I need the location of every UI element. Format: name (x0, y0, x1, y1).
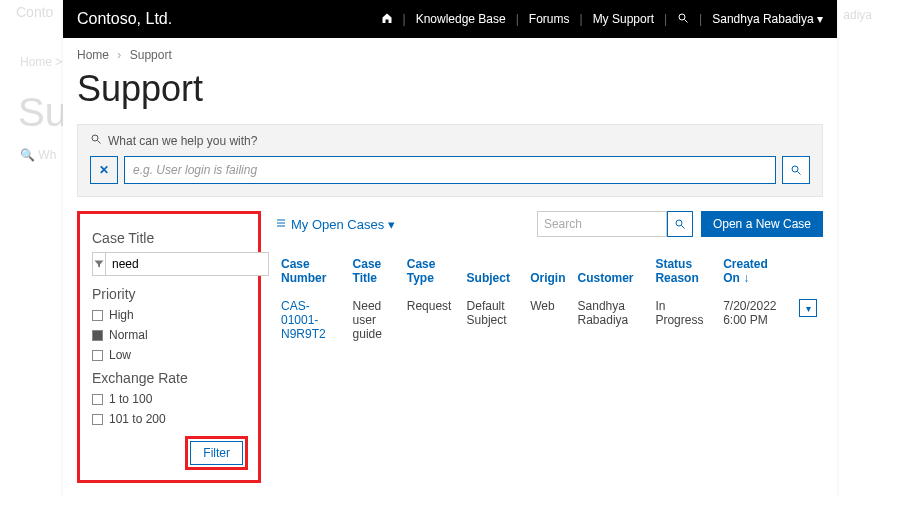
row-action-menu[interactable]: ▾ (799, 299, 817, 317)
exchange-1-100[interactable]: 1 to 100 (92, 392, 246, 406)
filter-button-highlight: Filter (185, 436, 248, 470)
col-subject[interactable]: Subject (461, 251, 525, 291)
cell-subject: Default Subject (461, 291, 525, 349)
col-case-type[interactable]: Case Type (401, 251, 461, 291)
svg-line-10 (681, 226, 684, 229)
priority-high[interactable]: High (92, 308, 246, 322)
col-origin[interactable]: Origin (524, 251, 571, 291)
brand[interactable]: Contoso, Ltd. (77, 10, 172, 28)
svg-line-5 (798, 172, 801, 175)
table-row: CAS-01001-N9R9T2 Need user guide Request… (275, 291, 823, 349)
help-prompt: What can we help you with? (90, 133, 810, 148)
cell-customer: Sandhya Rabadiya (572, 291, 650, 349)
top-nav: Contoso, Ltd. | Knowledge Base | Forums … (63, 0, 837, 38)
results-toolbar: My Open Cases ▾ Open a New Case (275, 211, 823, 237)
results-search-input[interactable] (537, 211, 667, 237)
home-icon[interactable] (381, 12, 393, 27)
help-search-bar: What can we help you with? ✕ (77, 124, 823, 197)
breadcrumb-home[interactable]: Home (77, 48, 109, 62)
filter-icon[interactable] (92, 252, 106, 276)
breadcrumb-current: Support (130, 48, 172, 62)
nav-search-icon[interactable] (677, 12, 689, 27)
cell-case-title: Need user guide (347, 291, 401, 349)
nav-my-support[interactable]: My Support (593, 12, 654, 26)
results-area: My Open Cases ▾ Open a New Case (275, 211, 823, 483)
svg-line-3 (98, 141, 101, 144)
main-area: Case Title Priority High Normal Low Exch… (77, 211, 823, 483)
chevron-right-icon: › (117, 48, 121, 62)
results-search-button[interactable] (667, 211, 693, 237)
open-new-case-button[interactable]: Open a New Case (701, 211, 823, 237)
svg-point-4 (792, 166, 798, 172)
svg-point-2 (92, 135, 98, 141)
caret-down-icon: ▾ (388, 217, 395, 232)
help-search-button[interactable] (782, 156, 810, 184)
exchange-101-200[interactable]: 101 to 200 (92, 412, 246, 426)
filter-button[interactable]: Filter (190, 441, 243, 465)
case-number-link[interactable]: CAS-01001-N9R9T2 (281, 299, 326, 341)
results-search (537, 211, 693, 237)
nav-forums[interactable]: Forums (529, 12, 570, 26)
filter-panel: Case Title Priority High Normal Low Exch… (77, 211, 261, 483)
view-selector[interactable]: My Open Cases ▾ (275, 217, 395, 232)
sort-desc-icon: ↓ (743, 271, 749, 285)
cell-origin: Web (524, 291, 571, 349)
col-status-reason[interactable]: Status Reason (649, 251, 717, 291)
col-customer[interactable]: Customer (572, 251, 650, 291)
search-icon (90, 133, 102, 148)
nav-links: | Knowledge Base | Forums | My Support |… (381, 12, 824, 27)
filter-case-title-label: Case Title (92, 230, 246, 246)
clear-search-button[interactable]: ✕ (90, 156, 118, 184)
caret-down-icon: ▾ (817, 12, 823, 26)
svg-line-1 (685, 19, 688, 22)
cell-case-type: Request (401, 291, 461, 349)
cases-table: Case Number Case Title Case Type Subject… (275, 251, 823, 349)
cell-created-on: 7/20/2022 6:00 PM (717, 291, 793, 349)
list-icon (275, 217, 287, 232)
col-case-title[interactable]: Case Title (347, 251, 401, 291)
filter-priority-label: Priority (92, 286, 246, 302)
page-title: Support (77, 68, 823, 110)
breadcrumb: Home › Support (77, 48, 823, 62)
col-case-number[interactable]: Case Number (275, 251, 347, 291)
priority-low[interactable]: Low (92, 348, 246, 362)
nav-user-menu[interactable]: Sandhya Rabadiya ▾ (712, 12, 823, 26)
help-search-input[interactable] (124, 156, 776, 184)
nav-knowledge-base[interactable]: Knowledge Base (416, 12, 506, 26)
svg-point-0 (679, 14, 685, 20)
filter-exchange-label: Exchange Rate (92, 370, 246, 386)
svg-point-9 (676, 220, 682, 226)
main-window: Contoso, Ltd. | Knowledge Base | Forums … (63, 0, 837, 497)
priority-normal[interactable]: Normal (92, 328, 246, 342)
cell-status-reason: In Progress (649, 291, 717, 349)
col-created-on[interactable]: Created On ↓ (717, 251, 793, 291)
case-title-input[interactable] (106, 252, 269, 276)
